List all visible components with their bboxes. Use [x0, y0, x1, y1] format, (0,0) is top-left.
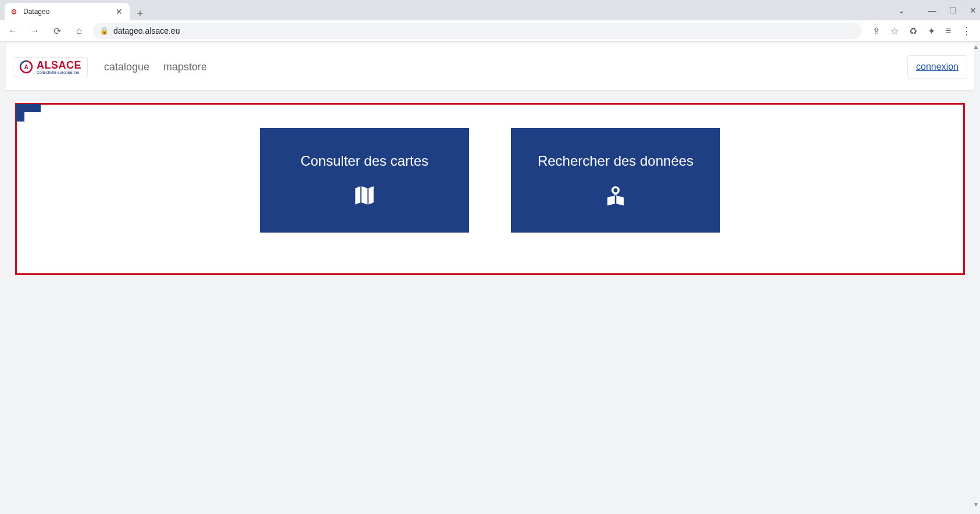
playlist-icon[interactable]: ≡ — [946, 26, 951, 36]
reload-button[interactable]: ⟳ — [49, 23, 65, 39]
nav-mapstore[interactable]: mapstore — [156, 56, 214, 78]
extensions-icon[interactable]: ✦ — [928, 26, 935, 37]
site-header: A ALSACE Collectivité européenne catalog… — [6, 44, 974, 90]
login-link[interactable]: connexion — [916, 62, 958, 72]
map-icon — [352, 183, 377, 208]
lock-icon: 🔒 — [100, 27, 109, 35]
logo-main-text: ALSACE — [37, 60, 81, 70]
new-tab-button[interactable]: ＋ — [135, 6, 145, 20]
scroll-up-icon[interactable]: ▲ — [972, 44, 980, 52]
tile-label: Rechercher des données — [538, 153, 693, 169]
svg-point-1 — [613, 187, 619, 194]
tile-consult-maps[interactable]: Consulter des cartes — [260, 128, 469, 233]
login-box: connexion — [907, 55, 967, 78]
bookmark-star-icon[interactable]: ☆ — [890, 26, 899, 37]
address-bar[interactable]: 🔒 datageo.alsace.eu — [93, 23, 862, 39]
geo-search-icon — [603, 183, 628, 208]
svg-text:A: A — [24, 64, 28, 70]
browser-menu-icon[interactable]: ⋮ — [961, 24, 971, 37]
tab-title: Datageo — [23, 8, 113, 16]
page-viewport: A ALSACE Collectivité européenne catalog… — [6, 44, 974, 509]
tabs-dropdown-icon[interactable]: ⌄ — [898, 6, 905, 15]
browser-tab[interactable]: ⊙ Datageo ✕ — [5, 3, 130, 20]
browser-toolbar: ← → ⟳ ⌂ 🔒 datageo.alsace.eu ⇪ ☆ ♻ ✦ ≡ ⋮ — [0, 20, 980, 42]
close-tab-icon[interactable]: ✕ — [113, 7, 125, 16]
window-minimize-icon[interactable]: — — [928, 6, 936, 15]
content-area: Consulter des cartes Rechercher des donn… — [6, 90, 974, 288]
window-close-icon[interactable]: ✕ — [970, 6, 977, 15]
forward-button[interactable]: → — [27, 23, 43, 39]
tab-favicon: ⊙ — [9, 7, 19, 16]
window-maximize-icon[interactable]: ☐ — [949, 6, 957, 15]
tile-search-data[interactable]: Rechercher des données — [511, 128, 720, 233]
url-text: datageo.alsace.eu — [113, 26, 180, 35]
toolbar-right-icons: ⇪ ☆ ♻ ✦ ≡ ⋮ — [868, 24, 975, 37]
browser-tabstrip: ⊙ Datageo ✕ ＋ ⌄ — ☐ ✕ — [0, 0, 980, 20]
window-controls: ⌄ — ☐ ✕ — [898, 0, 977, 20]
highlight-frame: Consulter des cartes Rechercher des donn… — [15, 103, 965, 275]
frame-corner-decoration — [16, 104, 41, 122]
share-icon[interactable]: ⇪ — [872, 26, 880, 37]
logo[interactable]: A ALSACE Collectivité européenne — [13, 57, 88, 77]
back-button[interactable]: ← — [5, 23, 21, 39]
logo-sub-text: Collectivité européenne — [37, 70, 81, 74]
alsace-logo-icon: A — [19, 60, 33, 74]
nav-catalogue[interactable]: catalogue — [97, 56, 156, 78]
home-button[interactable]: ⌂ — [71, 23, 87, 39]
vertical-scrollbar[interactable]: ▲ ▼ — [972, 44, 980, 509]
tiles-row: Consulter des cartes Rechercher des donn… — [17, 128, 963, 233]
scroll-down-icon[interactable]: ▼ — [972, 501, 980, 509]
tile-label: Consulter des cartes — [301, 153, 428, 169]
recycle-icon[interactable]: ♻ — [909, 26, 917, 37]
